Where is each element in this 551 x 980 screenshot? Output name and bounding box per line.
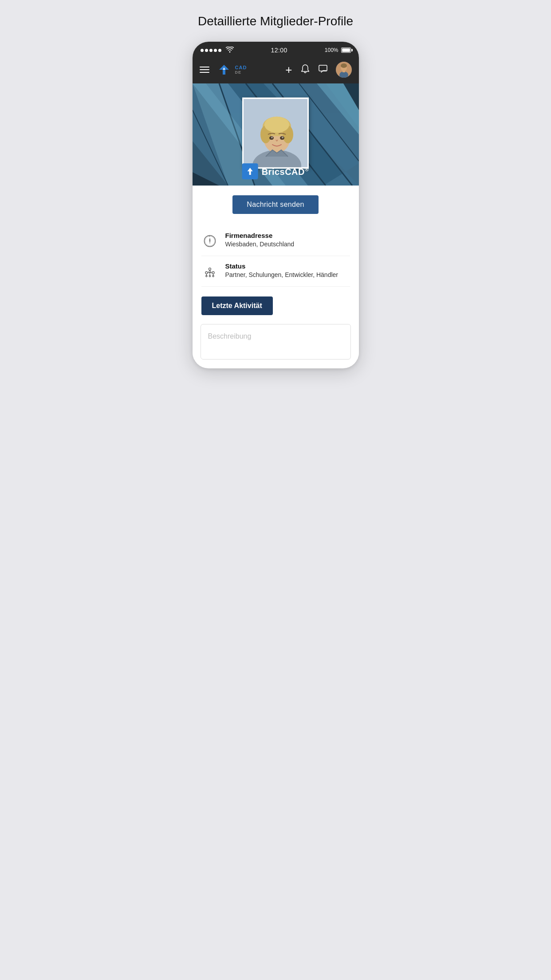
user-avatar-nav[interactable]	[336, 62, 352, 78]
status-right: 100%	[325, 47, 351, 53]
chat-icon[interactable]	[318, 64, 328, 75]
svg-rect-8	[342, 70, 345, 72]
svg-point-32	[264, 117, 289, 133]
description-box[interactable]: Beschreibung	[201, 324, 351, 360]
svg-point-44	[205, 272, 207, 274]
address-label: Firmenadresse	[225, 232, 350, 239]
profile-info-section: N Firmenadresse Wiesbaden, Deutschland	[193, 222, 359, 288]
svg-point-53	[205, 276, 207, 277]
send-message-button[interactable]: Nachricht senden	[232, 195, 318, 214]
signal-dot-2	[205, 49, 208, 52]
signal-dot-3	[209, 49, 213, 52]
profile-content: Nachricht senden N	[193, 195, 359, 360]
svg-point-36	[282, 137, 283, 138]
battery-fill	[342, 48, 350, 52]
bricscad-badge: BricsCAD®	[242, 163, 309, 179]
svg-point-55	[212, 276, 213, 277]
nav-bar: CAD DE +	[193, 58, 359, 83]
status-time: 12:00	[271, 47, 287, 54]
hamburger-icon[interactable]	[200, 67, 209, 73]
svg-point-35	[271, 137, 273, 138]
svg-text:N: N	[209, 236, 210, 237]
description-placeholder: Beschreibung	[208, 332, 252, 340]
svg-point-45	[212, 272, 214, 274]
status-label: Status	[225, 262, 350, 270]
svg-point-41	[209, 241, 210, 242]
signal-dot-1	[201, 49, 204, 52]
logo-de-text: DE	[235, 70, 247, 75]
network-icon	[201, 263, 218, 280]
status-bar: 12:00 100%	[193, 42, 359, 58]
nav-left: CAD DE	[200, 61, 247, 78]
page-title: Detaillierte Mitglieder-Profile	[189, 13, 362, 29]
wifi-icon	[226, 47, 234, 54]
signal-dot-4	[214, 49, 217, 52]
phone-frame: 12:00 100%	[193, 42, 359, 368]
battery-icon	[341, 47, 351, 53]
plus-icon[interactable]: +	[285, 64, 292, 75]
activity-button[interactable]: Letzte Aktivität	[201, 296, 273, 315]
cad-de-logo-icon	[216, 61, 232, 78]
info-row-address: N Firmenadresse Wiesbaden, Deutschland	[201, 225, 350, 256]
status-value: Partner, Schulungen, Entwickler, Händler	[225, 271, 350, 278]
svg-point-6	[341, 63, 347, 68]
page-wrapper: Detaillierte Mitglieder-Profile	[184, 0, 367, 386]
svg-point-43	[209, 268, 211, 270]
bricscad-brand-name: BricsCAD®	[262, 166, 309, 177]
profile-photo-frame	[242, 98, 309, 169]
status-info-text: Status Partner, Schulungen, Entwickler, …	[225, 262, 350, 278]
profile-photo	[244, 99, 309, 169]
bricscad-logo-icon	[245, 166, 256, 177]
bricscad-reg: ®	[305, 166, 309, 173]
nav-right: +	[285, 62, 351, 78]
address-value: Wiesbaden, Deutschland	[225, 241, 350, 248]
signal-dot-5	[218, 49, 221, 52]
bell-icon[interactable]	[300, 64, 310, 75]
profile-header-image: BricsCAD®	[193, 83, 359, 186]
svg-point-46	[209, 271, 210, 273]
battery-percent: 100%	[325, 47, 338, 53]
status-left	[201, 47, 234, 54]
svg-marker-38	[248, 168, 253, 175]
bricscad-logo-box	[242, 163, 258, 179]
logo-container: CAD DE	[216, 61, 247, 78]
logo-cad-text: CAD	[235, 65, 247, 70]
svg-point-54	[209, 276, 210, 277]
info-row-status: Status Partner, Schulungen, Entwickler, …	[201, 256, 350, 287]
address-info-text: Firmenadresse Wiesbaden, Deutschland	[225, 232, 350, 248]
svg-rect-3	[319, 65, 327, 71]
signal-dots	[201, 49, 221, 52]
compass-icon: N	[201, 233, 218, 249]
